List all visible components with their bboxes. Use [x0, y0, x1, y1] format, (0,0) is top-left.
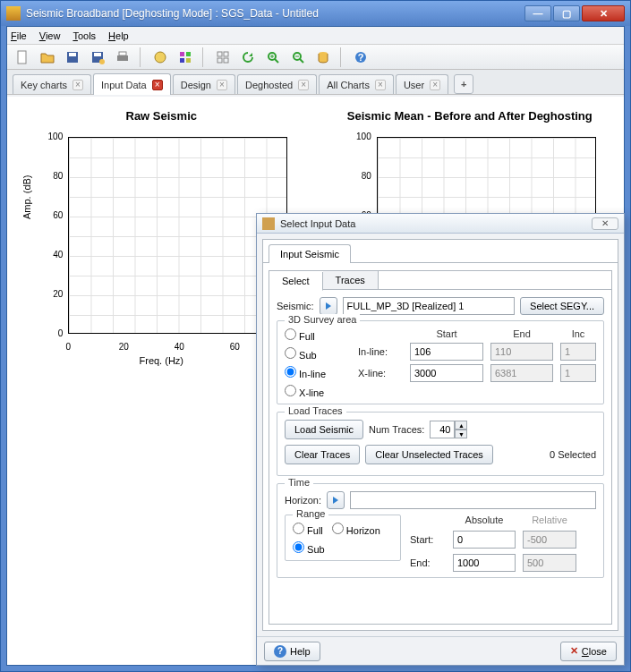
close-icon[interactable]: ×: [375, 80, 386, 90]
x-axis-label: Freq. (Hz): [140, 355, 184, 366]
tab-user[interactable]: User×: [396, 74, 448, 94]
zoom-out-icon[interactable]: [288, 47, 308, 67]
range-group: Range Full Horizon Sub: [285, 515, 401, 561]
help-icon: ?: [274, 645, 286, 658]
print-icon[interactable]: [113, 47, 132, 67]
svg-rect-10: [186, 52, 191, 56]
titlebar[interactable]: Seismic Broadband [Deghosting Mode] : SG…: [1, 1, 630, 26]
wizard-icon[interactable]: [150, 47, 170, 67]
svg-rect-14: [224, 52, 228, 56]
svg-rect-15: [217, 58, 222, 63]
zoom-in-icon[interactable]: [263, 47, 283, 67]
dialog-close-button[interactable]: ✕: [592, 217, 618, 230]
start-rel-input: [523, 531, 576, 549]
toolbar: ?: [7, 45, 624, 70]
help-button[interactable]: ?Help: [264, 642, 320, 661]
svg-rect-13: [217, 52, 222, 56]
menu-file[interactable]: File: [11, 30, 27, 41]
selected-count: 0 Selected: [550, 449, 596, 460]
grid-icon[interactable]: [213, 47, 233, 67]
inline-inc-input: [560, 343, 596, 361]
xline-start-input[interactable]: [410, 364, 483, 382]
xline-inc-input: [560, 364, 596, 382]
dialog-outer-tabs: Input Seismic Select Traces Seismic: Sel…: [262, 239, 618, 631]
data-icon[interactable]: [313, 47, 333, 67]
help-icon[interactable]: ?: [351, 47, 371, 67]
menu-view[interactable]: View: [39, 30, 61, 41]
minimize-button[interactable]: —: [524, 5, 551, 21]
seismic-picker-button[interactable]: [320, 297, 337, 315]
num-traces-spinner[interactable]: ▲▼: [430, 421, 467, 438]
end-rel-input: [523, 554, 576, 572]
plugin-icon[interactable]: [175, 47, 195, 67]
close-icon[interactable]: ×: [152, 80, 163, 90]
svg-rect-6: [117, 55, 128, 61]
menu-tools[interactable]: Tools: [72, 30, 96, 41]
tab-traces[interactable]: Traces: [323, 271, 379, 289]
window-title: Seismic Broadband [Deghosting Mode] : SG…: [26, 7, 524, 20]
new-icon[interactable]: [13, 47, 32, 67]
survey-full-radio[interactable]: Full: [285, 328, 344, 342]
save-as-icon[interactable]: [88, 47, 107, 67]
chart-title: Raw Seismic: [16, 109, 307, 123]
inline-start-input[interactable]: [410, 343, 483, 361]
svg-point-5: [99, 59, 105, 64]
chart-title: Seismic Mean - Before and After Deghosti…: [325, 109, 616, 123]
open-icon[interactable]: [38, 47, 57, 67]
save-icon[interactable]: [63, 47, 82, 67]
horizon-input[interactable]: [350, 491, 596, 509]
tab-key-charts[interactable]: Key charts×: [13, 74, 91, 94]
close-icon[interactable]: ×: [72, 80, 83, 90]
svg-rect-7: [119, 52, 126, 55]
xline-end-input: [490, 364, 553, 382]
document-tabs: Key charts× Input Data× Design× Deghoste…: [7, 70, 624, 95]
svg-rect-9: [180, 52, 184, 56]
dialog-icon: [262, 217, 275, 230]
end-abs-input[interactable]: [453, 554, 516, 572]
dialog-titlebar[interactable]: Select Input Data ✕: [257, 214, 624, 234]
survey-sub-radio[interactable]: Sub: [285, 347, 344, 361]
seismic-label: Seismic:: [277, 301, 314, 311]
svg-point-8: [155, 52, 166, 63]
svg-text:?: ?: [358, 52, 364, 63]
tab-input-seismic[interactable]: Input Seismic: [269, 244, 351, 263]
range-sub-radio[interactable]: Sub: [293, 544, 325, 555]
svg-rect-4: [94, 53, 101, 56]
svg-rect-12: [186, 58, 191, 63]
svg-line-18: [275, 59, 278, 63]
survey-inline-radio[interactable]: In-line: [285, 366, 344, 379]
close-icon[interactable]: ×: [430, 80, 440, 90]
horizon-picker-button[interactable]: [327, 491, 345, 509]
tab-design[interactable]: Design×: [173, 74, 235, 94]
tab-select[interactable]: Select: [269, 272, 323, 291]
range-horizon-radio[interactable]: Horizon: [332, 523, 380, 536]
plot-area[interactable]: [68, 137, 287, 334]
load-seismic-button[interactable]: Load Seismic: [285, 420, 363, 439]
tab-all-charts[interactable]: All Charts×: [319, 74, 394, 94]
seismic-input[interactable]: [343, 297, 515, 315]
tab-deghosted[interactable]: Deghosted×: [237, 74, 317, 94]
menubar: File View Tools Help: [7, 27, 624, 45]
svg-rect-16: [224, 58, 228, 63]
close-button[interactable]: ✕Close: [560, 642, 617, 661]
maximize-button[interactable]: ▢: [553, 5, 580, 21]
close-icon[interactable]: ×: [217, 80, 227, 90]
refresh-icon[interactable]: [238, 47, 258, 67]
close-icon[interactable]: ×: [298, 80, 309, 90]
select-segy-button[interactable]: Select SEGY...: [520, 297, 604, 315]
start-abs-input[interactable]: [453, 531, 516, 549]
close-button[interactable]: ✕: [582, 5, 625, 21]
svg-rect-2: [69, 53, 76, 56]
add-tab-button[interactable]: +: [454, 74, 473, 94]
menu-help[interactable]: Help: [108, 30, 129, 41]
range-full-radio[interactable]: Full: [293, 523, 323, 536]
svg-line-22: [300, 59, 303, 63]
survey-xline-radio[interactable]: X-line: [285, 385, 344, 398]
svg-rect-0: [18, 51, 26, 64]
time-group: Time Horizon: Range Full: [277, 483, 604, 578]
load-traces-group: Load Traces Load Seismic Num Traces: ▲▼: [277, 412, 604, 476]
clear-traces-button[interactable]: Clear Traces: [285, 445, 360, 464]
tab-input-data[interactable]: Input Data×: [93, 73, 171, 95]
inline-end-input: [490, 343, 553, 361]
clear-unselected-button[interactable]: Clear Unselected Traces: [365, 445, 492, 464]
